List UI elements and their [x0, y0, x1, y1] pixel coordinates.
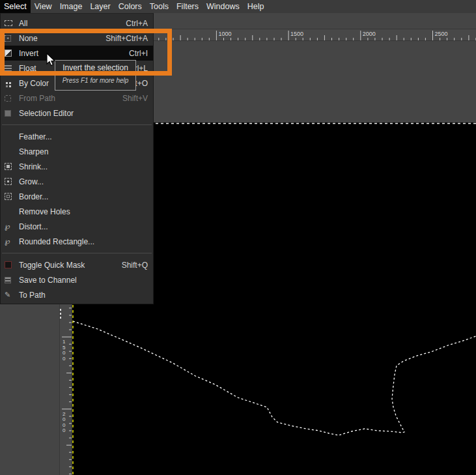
float-selection-icon — [5, 65, 19, 71]
menubar-item-view[interactable]: View — [31, 0, 56, 13]
menubar: Select View Image Layer Colors Tools Fil… — [0, 0, 476, 13]
svg-text:0: 0 — [63, 427, 66, 433]
by-color-icon — [5, 82, 19, 84]
menu-item-rounded-rectangle[interactable]: Rounded Rectangle... — [1, 234, 153, 249]
select-menu-dropdown: All Ctrl+A None Shift+Ctrl+A Invert Ctrl… — [0, 13, 154, 304]
menu-item-shrink[interactable]: Shrink... — [1, 159, 153, 174]
tooltip: Invert the selection Press F1 for more h… — [55, 60, 136, 91]
menubar-item-tools[interactable]: Tools — [146, 0, 173, 13]
gimp-window: Select View Image Layer Colors Tools Fil… — [0, 0, 476, 475]
menu-item-feather[interactable]: Feather... — [1, 129, 153, 144]
menu-item-toggle-quick-mask[interactable]: Toggle Quick Mask Shift+Q — [1, 257, 153, 272]
menu-item-selection-editor[interactable]: Selection Editor — [1, 106, 153, 121]
menu-item-distort[interactable]: Distort... — [1, 219, 153, 234]
script-fu-icon — [5, 223, 19, 230]
grow-icon — [5, 178, 19, 185]
svg-text:2000: 2000 — [363, 31, 376, 37]
menu-item-to-path[interactable]: To Path — [1, 287, 153, 302]
ruler-marker-dots — [60, 309, 61, 320]
svg-text:1000: 1000 — [218, 31, 231, 37]
select-all-icon — [5, 20, 19, 26]
tooltip-title: Invert the selection — [55, 63, 135, 72]
from-path-icon — [5, 95, 19, 102]
invert-selection-icon — [5, 50, 19, 57]
svg-text:0: 0 — [63, 356, 66, 362]
channel-icon — [5, 277, 19, 283]
menu-item-from-path[interactable]: From Path Shift+V — [1, 91, 153, 106]
menubar-item-windows[interactable]: Windows — [203, 0, 244, 13]
menubar-item-select[interactable]: Select — [0, 0, 31, 13]
tooltip-hint: Press F1 for more help — [55, 77, 135, 84]
menu-item-sharpen[interactable]: Sharpen — [1, 144, 153, 159]
shrink-icon — [5, 163, 19, 170]
menubar-item-image[interactable]: Image — [56, 0, 87, 13]
menubar-item-help[interactable]: Help — [244, 0, 268, 13]
svg-text:1500: 1500 — [290, 31, 303, 37]
menu-item-border[interactable]: Border... — [1, 189, 153, 204]
selection-outline — [73, 321, 476, 435]
script-fu-icon — [5, 238, 19, 245]
menu-item-remove-holes[interactable]: Remove Holes — [1, 204, 153, 219]
border-icon — [5, 193, 19, 200]
menu-item-save-to-channel[interactable]: Save to Channel — [1, 272, 153, 287]
menu-item-invert[interactable]: Invert Ctrl+I — [1, 46, 153, 61]
menubar-item-layer[interactable]: Layer — [86, 0, 114, 13]
select-none-icon — [5, 35, 19, 42]
quick-mask-icon — [5, 261, 19, 268]
menu-separator — [1, 121, 153, 129]
menu-separator — [1, 249, 153, 257]
menu-item-all[interactable]: All Ctrl+A — [1, 16, 153, 31]
menu-item-none[interactable]: None Shift+Ctrl+A — [1, 31, 153, 46]
selection-editor-icon — [5, 110, 19, 117]
svg-text:2500: 2500 — [435, 31, 448, 37]
menu-item-grow[interactable]: Grow... — [1, 174, 153, 189]
menubar-item-filters[interactable]: Filters — [173, 0, 203, 13]
to-path-icon — [5, 291, 19, 298]
menubar-item-colors[interactable]: Colors — [115, 0, 146, 13]
